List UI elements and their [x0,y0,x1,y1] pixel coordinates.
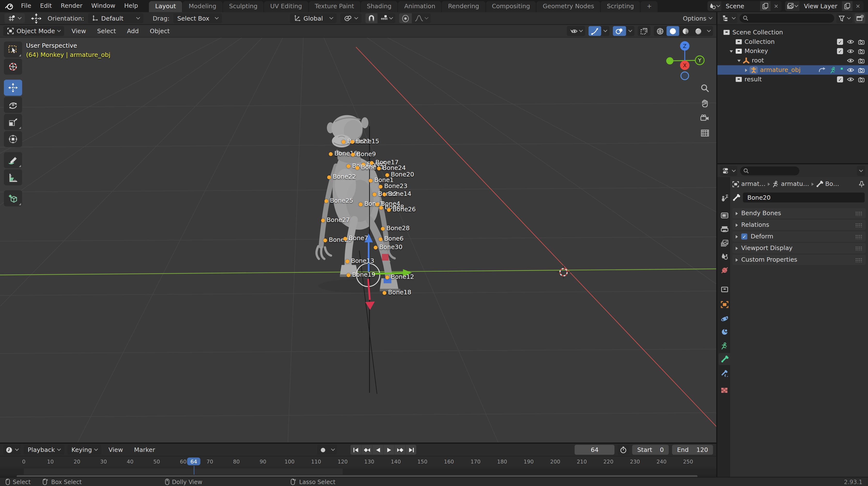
tab-geometry-nodes[interactable]: Geometry Nodes [537,1,600,12]
prev-keyframe-button[interactable] [362,445,372,455]
tab-modeling[interactable]: Modeling [183,1,223,12]
menu-edit[interactable]: Edit [36,0,56,12]
tab-collection[interactable] [719,283,730,295]
remove-view-layer-icon[interactable]: ✕ [852,3,864,9]
auto-key-record-button[interactable] [317,445,329,455]
tab-render[interactable] [719,209,730,221]
bone-label[interactable]: Bone30 [379,244,403,251]
current-frame-field[interactable]: 64 [575,445,615,455]
bone-label[interactable]: Bone23 [384,183,407,190]
bone-label[interactable]: Bone11 [361,164,384,171]
tab-output[interactable] [719,223,730,235]
add-workspace-button[interactable]: + [641,1,658,12]
panel-grip[interactable] [855,211,862,216]
snap-toggle-icon[interactable] [366,13,378,23]
navigation-gizmo[interactable]: Z Y X [664,40,707,83]
view-layer-icon[interactable] [785,1,800,11]
bone-label[interactable]: Bone15 [356,138,379,145]
bone-label[interactable]: Bone6 [384,235,403,242]
hide-eye-icon[interactable] [847,67,854,73]
add-cube-tool[interactable] [4,190,22,206]
snap-target-dropdown[interactable] [378,13,395,23]
render-camera-icon[interactable] [858,67,865,73]
scale-tool[interactable] [4,114,22,130]
panel-grip[interactable] [855,258,862,262]
bone-label[interactable]: Bone9 [356,151,376,158]
scene-name[interactable]: Scene [721,2,760,10]
keying-menu[interactable]: Keying [68,445,101,455]
monkey-checkbox[interactable]: ✓ [837,48,843,54]
hide-eye-icon[interactable] [847,58,854,63]
shading-dropdown[interactable] [705,26,713,36]
shading-rendered-icon[interactable] [692,26,705,36]
gizmo-plane-x[interactable] [382,254,389,260]
active-tool-icon[interactable] [4,13,25,23]
bone-label[interactable]: Bone22 [333,173,356,180]
shading-material-icon[interactable] [679,26,692,36]
tab-texture[interactable] [719,384,730,396]
deform-checkbox[interactable]: ✓ [741,233,747,239]
outliner-search-input[interactable] [740,14,834,23]
outliner-row-result[interactable]: result ✓ [717,75,868,84]
shading-wireframe-icon[interactable] [654,26,666,36]
tab-object-data[interactable] [719,339,730,352]
tab-uv-editing[interactable]: UV Editing [264,1,308,12]
bone-label[interactable]: Bone24 [382,164,406,172]
tab-rendering[interactable]: Rendering [442,1,485,12]
pin-icon[interactable] [859,181,865,187]
tab-animation[interactable]: Animation [398,1,441,12]
bone-label[interactable]: Bone28 [386,225,409,232]
playback-menu[interactable]: Playback [24,445,64,455]
menu-render[interactable]: Render [56,0,87,12]
measure-tool[interactable] [4,169,22,185]
hide-eye-icon[interactable] [847,77,854,82]
frame-ruler[interactable]: 0102030405060708090100110120130140150160… [0,456,716,468]
bone-label[interactable]: Bone13 [351,257,374,264]
new-view-layer-icon[interactable] [842,1,852,11]
menu-window[interactable]: Window [87,0,120,12]
panel-deform[interactable]: ✓ Deform [733,231,866,241]
breadcrumb-object[interactable]: armat… [741,180,766,188]
outliner-row-monkey[interactable]: Monkey ✓ [717,46,868,56]
tab-texture-paint[interactable]: Texture Paint [309,1,360,12]
proportional-editing-icon[interactable] [399,13,412,23]
play-button[interactable] [383,445,394,455]
new-scene-icon[interactable] [760,1,770,11]
timeline-editor-type[interactable] [3,445,21,455]
tab-sculpting[interactable]: Sculpting [223,1,264,12]
viewport-canvas[interactable] [0,25,716,443]
zoom-icon[interactable] [700,83,710,93]
outliner-row-collection[interactable]: Collection ✓ [717,37,868,46]
tab-tool[interactable] [719,192,730,204]
view-layer-name[interactable]: View Layer [800,2,842,10]
select-box-tool[interactable] [4,41,22,57]
tab-world[interactable] [719,264,730,276]
render-camera-icon[interactable] [858,48,865,54]
jump-to-end-button[interactable] [406,445,416,455]
start-frame-field[interactable]: Start 0 [632,445,669,455]
end-frame-field[interactable]: End 120 [672,445,713,455]
move-tool[interactable] [4,79,22,96]
bone-label[interactable]: Bone27 [327,216,350,224]
outliner-row-scene-collection[interactable]: Scene Collection [717,28,868,37]
cursor-tool[interactable] [4,59,22,74]
tab-view-layer[interactable] [719,237,730,249]
panel-relations[interactable]: Relations [733,220,866,230]
panel-grip[interactable] [855,223,862,227]
gizmo-dropdown[interactable] [601,26,609,36]
scene-icon[interactable] [707,1,721,11]
jump-to-start-button[interactable] [350,445,361,455]
tab-physics[interactable] [719,313,730,325]
xray-toggle[interactable] [638,26,651,36]
tab-bone[interactable] [719,353,730,365]
panel-bendy-bones[interactable]: Bendy Bones [733,208,866,218]
gizmo-x-arrow[interactable] [366,301,375,310]
tab-bone-constraints[interactable] [719,367,730,379]
unlink-scene-icon[interactable]: ✕ [771,3,782,9]
use-preview-range-icon[interactable] [618,445,629,455]
annotate-tool[interactable] [4,152,22,168]
new-collection-button[interactable] [855,13,865,23]
bone-label[interactable]: Bone14 [388,190,411,197]
tab-object-constraints[interactable] [719,326,730,338]
current-frame-indicator[interactable]: 64 [187,457,200,465]
